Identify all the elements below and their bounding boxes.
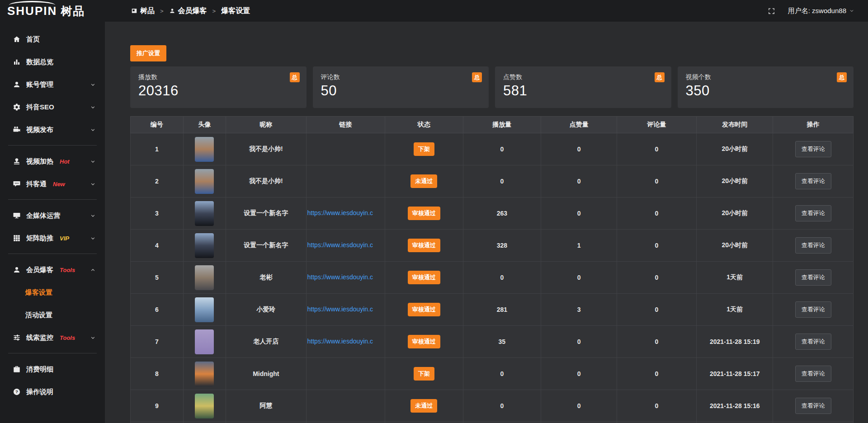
sidebar-item-label: 线索监控 xyxy=(26,334,53,342)
sidebar-item-account-management[interactable]: 账号管理 xyxy=(0,73,105,96)
avatar xyxy=(195,362,214,386)
sidebar-item-douyin-seo[interactable]: 抖音SEO xyxy=(0,96,105,118)
cell-avatar xyxy=(183,358,226,390)
cell-id: 6 xyxy=(131,294,184,326)
breadcrumb-item-member-baoke[interactable]: 会员爆客 xyxy=(169,6,207,16)
sidebar-item-douketong[interactable]: 抖客通New xyxy=(0,173,105,195)
cell-nickname: 小爱玲 xyxy=(226,294,306,326)
cell-avatar xyxy=(183,294,226,326)
camera-icon xyxy=(13,126,21,134)
video-link[interactable]: https://www.iesdouyin.c xyxy=(307,273,373,281)
sidebar-item-label: 账号管理 xyxy=(26,80,53,89)
table-row: 1我不是小帅!下架00020小时前查看评论 xyxy=(131,133,854,165)
sidebar-item-clue-monitor[interactable]: 线索监控Tools xyxy=(0,326,105,349)
cell-link: https://www.iesdouyin.c xyxy=(306,294,385,326)
total-badge: 总 xyxy=(837,72,847,82)
video-link[interactable]: https://www.iesdouyin.c xyxy=(307,306,373,313)
table-row: 2我不是小帅!未通过00020小时前查看评论 xyxy=(131,165,854,197)
username-dropdown[interactable]: 用户名: zswodun88 xyxy=(788,7,854,15)
sidebar-item-badge: New xyxy=(53,181,65,188)
cell-publish-time: 20小时前 xyxy=(696,165,773,197)
promotion-settings-button[interactable]: 推广设置 xyxy=(130,45,166,61)
status-badge: 审核通过 xyxy=(408,303,440,316)
cell-comments: 0 xyxy=(617,358,697,390)
sidebar-item-label: 抖音SEO xyxy=(26,103,54,112)
gear-icon xyxy=(13,103,21,111)
cell-action: 查看评论 xyxy=(773,326,854,358)
cell-likes: 0 xyxy=(541,133,617,165)
view-comments-button[interactable]: 查看评论 xyxy=(795,334,831,350)
sidebar-item-video-publish[interactable]: 视频发布 xyxy=(0,118,105,141)
sidebar-item-media-operation[interactable]: 全媒体运营 xyxy=(0,204,105,227)
video-link[interactable]: https://www.iesdouyin.c xyxy=(307,338,373,345)
sidebar-divider xyxy=(8,145,97,146)
home-icon xyxy=(13,35,21,43)
view-comments-button[interactable]: 查看评论 xyxy=(795,366,831,382)
cell-id: 9 xyxy=(131,390,184,422)
cell-id: 3 xyxy=(131,197,184,230)
table-body: 1我不是小帅!下架00020小时前查看评论2我不是小帅!未通过00020小时前查… xyxy=(131,133,854,423)
cell-likes: 0 xyxy=(541,165,617,197)
sidebar-item-home[interactable]: 首页 xyxy=(0,28,105,51)
cell-likes: 1 xyxy=(541,230,617,262)
logo-text-cn: 树品 xyxy=(61,4,85,19)
cell-nickname: Midnight xyxy=(226,358,306,390)
breadcrumb-item-baoke-settings[interactable]: 爆客设置 xyxy=(221,6,250,16)
sidebar-item-member-baoke[interactable]: 会员爆客Tools xyxy=(0,258,105,281)
total-badge: 总 xyxy=(655,72,665,82)
sidebar-subitem-activity-settings[interactable]: 活动设置 xyxy=(0,304,105,326)
stat-label: 视频个数 xyxy=(686,73,846,81)
cell-avatar xyxy=(183,326,226,358)
view-comments-button[interactable]: 查看评论 xyxy=(795,173,831,189)
column-header: 发布时间 xyxy=(696,117,773,133)
cell-comments: 0 xyxy=(617,390,697,422)
sidebar-item-matrix-boost[interactable]: 矩阵助推VIP xyxy=(0,227,105,249)
cell-publish-time: 2021-11-28 15:17 xyxy=(696,358,773,390)
sidebar-item-operation-guide[interactable]: ?操作说明 xyxy=(0,381,105,403)
status-badge: 审核通过 xyxy=(408,271,440,284)
avatar xyxy=(195,137,214,162)
stat-card-3: 点赞数581总 xyxy=(495,66,671,108)
cell-plays: 0 xyxy=(463,390,541,422)
sidebar-item-data-overview[interactable]: 数据总览 xyxy=(0,51,105,73)
chevron-down-icon xyxy=(90,127,96,133)
view-comments-button[interactable]: 查看评论 xyxy=(795,398,831,414)
table-row: 8Midnight下架0002021-11-28 15:17查看评论 xyxy=(131,358,854,390)
sidebar-subitem-baoke-settings[interactable]: 爆客设置 xyxy=(0,281,105,304)
cell-nickname: 老彬 xyxy=(226,262,306,294)
video-link[interactable]: https://www.iesdouyin.c xyxy=(307,209,373,216)
cell-comments: 0 xyxy=(617,326,697,358)
column-header: 操作 xyxy=(773,117,854,133)
cell-publish-time: 2021-11-28 15:16 xyxy=(696,390,773,422)
status-badge: 下架 xyxy=(414,367,434,381)
view-comments-button[interactable]: 查看评论 xyxy=(795,269,831,286)
status-badge: 审核通过 xyxy=(408,335,440,348)
total-badge: 总 xyxy=(472,72,482,82)
sidebar-item-badge: Hot xyxy=(60,158,70,165)
sidebar-item-badge: Tools xyxy=(60,267,75,273)
stat-label: 播放数 xyxy=(138,73,298,81)
cell-likes: 0 xyxy=(541,197,617,230)
cell-comments: 0 xyxy=(617,133,697,165)
breadcrumb-separator: > xyxy=(160,8,164,14)
view-comments-button[interactable]: 查看评论 xyxy=(795,141,831,157)
view-comments-button[interactable]: 查看评论 xyxy=(795,301,831,318)
view-comments-button[interactable]: 查看评论 xyxy=(795,237,831,254)
wallet-icon xyxy=(13,365,21,373)
avatar xyxy=(195,265,214,290)
user-area: 用户名: zswodun88 xyxy=(768,7,854,15)
view-comments-button[interactable]: 查看评论 xyxy=(795,205,831,221)
cell-publish-time: 1天前 xyxy=(696,262,773,294)
sidebar-item-video-heat[interactable]: 视频加热Hot xyxy=(0,150,105,173)
total-badge: 总 xyxy=(290,72,300,82)
question-icon: ? xyxy=(13,388,21,396)
fullscreen-icon[interactable] xyxy=(768,7,775,15)
column-header: 编号 xyxy=(131,117,184,133)
breadcrumb-item-shupin[interactable]: 树品 xyxy=(131,6,155,16)
video-link[interactable]: https://www.iesdouyin.c xyxy=(307,241,373,249)
stat-label: 评论数 xyxy=(321,73,481,81)
sidebar-item-consume-detail[interactable]: 消费明细 xyxy=(0,358,105,381)
cell-status: 未通过 xyxy=(385,165,463,197)
svg-text:?: ? xyxy=(15,389,18,394)
cell-nickname: 阿慧 xyxy=(226,390,306,422)
